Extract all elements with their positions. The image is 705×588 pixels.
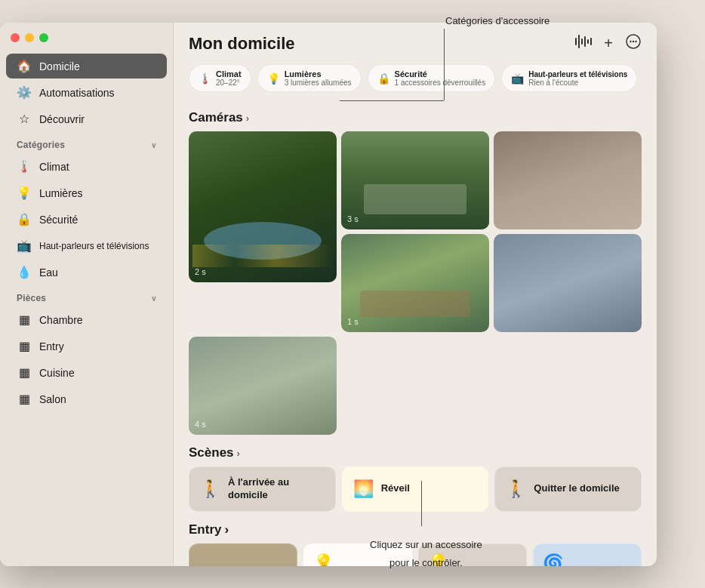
camera-6[interactable]: 4 s [189,337,337,435]
pill-subtitle-lumieres: 3 lumières allumées [285,79,352,87]
sidebar-item-securite[interactable]: 🔒 Sécurité [6,207,167,232]
sidebar-item-domicile[interactable]: 🏠 Domicile [6,54,167,79]
sidebar-label-cuisine: Cuisine [39,367,75,379]
home-icon: 🏠 [17,59,32,73]
sidebar-item-climat[interactable]: 🌡️ Climat [6,154,167,179]
room-icon-chambre: ▦ [17,312,32,327]
cam6-timestamp: 4 s [195,420,206,429]
pieces-header[interactable]: Pièces ∨ [0,285,173,306]
add-button[interactable]: + [604,35,613,52]
pieces-chevron: ∨ [151,294,156,303]
pill-title-lumieres: Lumières [285,69,352,79]
annotation-bottom: Cliquez sur un accessoire pour le contrô… [370,539,482,568]
sidebar-label-salon: Salon [39,393,66,405]
close-button[interactable] [11,33,20,42]
scene-label-quitter: Quitter le domicile [534,482,619,495]
sidebar-item-salon[interactable]: ▦ Salon [6,386,167,411]
room-icon-salon: ▦ [17,392,32,406]
sidebar-item-chambre[interactable]: ▦ Chambre [6,307,167,332]
minimize-button[interactable] [25,33,34,42]
entry-chevron: › [224,522,229,537]
svg-rect-4 [587,39,589,44]
fan-icon: 🌀 [543,553,632,566]
main-header: Mon domicile + [174,23,657,61]
scenes-chevron: › [237,448,240,459]
sidebar-item-cuisine[interactable]: ▦ Cuisine [6,360,167,385]
pill-securite[interactable]: 🔒 Sécurité 1 accessoires déverrouillés [368,64,496,92]
scene-arrivee[interactable]: 🚶 À l'arrivée au domicile [189,466,336,512]
pill-icon-securite: 🔒 [377,72,390,85]
pill-climat[interactable]: 🌡️ Climat 20–22° [189,64,251,92]
scene-quitter[interactable]: 🚶 Quitter le domicile [494,466,642,512]
sidebar-label-decouvrir: Découvrir [39,113,85,125]
sidebar-item-haut-parleurs[interactable]: 📺 Haut-parleurs et télévisions [6,233,167,258]
waveform-icon[interactable] [575,35,592,52]
pill-icon-climat: 🌡️ [199,72,211,85]
entry-label: Entry [189,522,221,537]
gear-icon: ⚙️ [17,85,32,100]
scene-label-arrivee: À l'arrivée au domicile [228,476,325,502]
page-title: Mon domicile [189,34,295,54]
pill-lumieres[interactable]: 💡 Lumières 3 lumières allumées [257,64,362,92]
cameras-section-header[interactable]: Caméras › [189,110,642,125]
accessory-front-door[interactable]: 🔒 Front Door Verrouillée [189,543,297,566]
sidebar-item-automatisations[interactable]: ⚙️ Automatisations [6,80,167,105]
sidebar-item-entry[interactable]: ▦ Entry [6,334,167,359]
more-button[interactable] [625,33,642,54]
pill-title-climat: Climat [216,69,242,79]
svg-rect-2 [581,38,583,45]
categories-chevron: ∨ [151,141,156,149]
scene-icon-arrivee: 🚶 [200,479,220,499]
room-icon-cuisine: ▦ [17,365,32,380]
sidebar-item-eau[interactable]: 💧 Eau [6,260,167,285]
annotation-top: Catégories d'accessoire [445,15,550,26]
sidebar-label-automatisations: Automatisations [39,87,115,99]
camera-4[interactable]: 1 s [341,234,489,332]
sidebar-label-domicile: Domicile [39,60,80,72]
accessory-ventilateur[interactable]: 🌀 Ventilateur d… Min. [533,543,642,566]
categories-label: Catégories [17,140,65,150]
scenes-section-header[interactable]: Scènes › [189,445,642,460]
scenes-label: Scènes [189,445,234,460]
cameras-label: Caméras [189,110,243,125]
traffic-lights [11,33,48,42]
header-actions: + [575,33,642,54]
main-window: 🏠 Domicile ⚙️ Automatisations ☆ Découvri… [0,23,657,566]
sidebar-label-securite: Sécurité [39,214,78,226]
svg-rect-3 [584,36,586,47]
main-content: Mon domicile + [174,23,657,566]
sidebar-label-chambre: Chambre [39,314,83,326]
sidebar-label-haut-parleurs: Haut-parleurs et télévisions [39,241,149,251]
pill-haut-parleurs[interactable]: 📺 Haut-parleurs et télévisions Rien à l'… [501,64,637,92]
thermometer-icon: 🌡️ [17,159,32,174]
pill-subtitle-haut-parleurs: Rien à l'écoute [528,79,627,87]
camera-3[interactable] [494,131,642,229]
scroll-area[interactable]: 🌡️ Climat 20–22° 💡 Lumières 3 lumières a… [174,61,657,566]
svg-point-9 [635,41,636,42]
svg-rect-0 [575,38,577,45]
sidebar-item-decouvrir[interactable]: ☆ Découvrir [6,106,167,131]
sidebar: 🏠 Domicile ⚙️ Automatisations ☆ Découvri… [0,23,174,566]
sidebar-label-eau: Eau [39,266,58,279]
scene-reveil[interactable]: 🌅 Réveil [342,466,489,512]
cam4-timestamp: 1 s [347,317,359,326]
pill-title-haut-parleurs: Haut-parleurs et télévisions [528,70,627,79]
lock-icon: 🔒 [17,212,32,226]
bulb-icon: 💡 [17,186,32,200]
cameras-chevron: › [246,112,249,124]
cam1-timestamp: 2 s [195,267,206,276]
sidebar-label-entry: Entry [39,340,64,352]
pill-icon-haut-parleurs: 📺 [511,72,524,85]
sidebar-item-lumieres[interactable]: 💡 Lumières [6,180,167,205]
categories-header[interactable]: Catégories ∨ [0,132,173,153]
camera-2[interactable]: 3 s [341,131,489,229]
svg-rect-1 [578,35,580,48]
maximize-button[interactable] [39,33,48,42]
pill-title-securite: Sécurité [395,69,486,79]
cam2-timestamp: 3 s [347,214,359,223]
water-icon: 💧 [17,265,32,279]
star-icon: ☆ [17,112,32,126]
camera-1[interactable]: 2 s [189,131,337,282]
camera-5[interactable] [494,234,642,332]
svg-point-7 [630,41,631,42]
